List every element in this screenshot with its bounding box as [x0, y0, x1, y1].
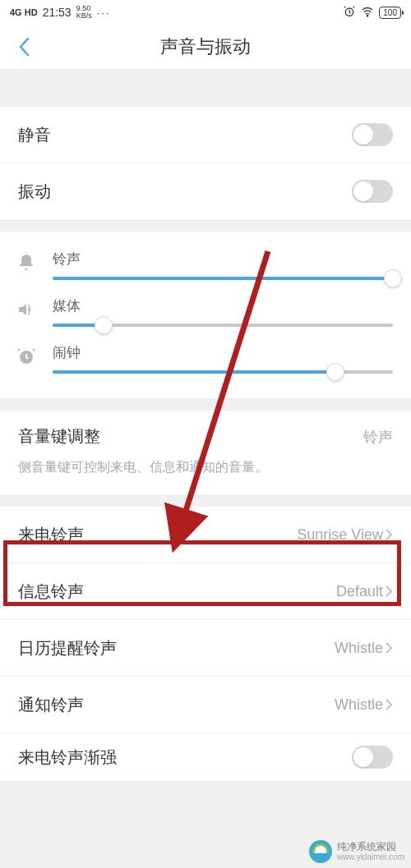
status-more-icon: ··· — [97, 7, 111, 19]
mute-label: 静音 — [18, 124, 51, 146]
row-vibrate[interactable]: 振动 — [0, 163, 411, 219]
row-notify-ringtone[interactable]: 通知铃声 Whistle — [0, 677, 411, 733]
call-ringtone-value: Sunrise View — [297, 526, 383, 544]
vibrate-label: 振动 — [18, 181, 51, 203]
row-volume-key[interactable]: 音量键调整 铃声 侧音量键可控制来电、信息和通知的音量。 — [0, 411, 411, 494]
row-mute[interactable]: 静音 — [0, 107, 411, 163]
chevron-right-icon — [385, 528, 393, 541]
sms-ringtone-value: Default — [336, 583, 383, 600]
header: 声音与振动 — [0, 25, 411, 70]
sms-ringtone-label: 信息铃声 — [18, 581, 84, 603]
volkey-label: 音量键调整 — [18, 425, 100, 448]
ring-fade-label: 来电铃声渐强 — [18, 746, 117, 769]
row-sms-ringtone[interactable]: 信息铃声 Default — [0, 563, 411, 619]
row-ring-fade[interactable]: 来电铃声渐强 — [0, 733, 411, 781]
back-button[interactable] — [12, 34, 37, 59]
row-calendar-ringtone[interactable]: 日历提醒铃声 Whistle — [0, 620, 411, 676]
alarm-slider-label: 闹钟 — [53, 343, 393, 362]
alarm-clock-icon — [15, 343, 38, 366]
volkey-value: 铃声 — [363, 427, 393, 447]
status-right: 100 — [343, 5, 401, 21]
watermark-url: www.yidaimei.com — [337, 852, 404, 861]
ring-fade-toggle[interactable] — [352, 746, 393, 769]
status-netspeed: 9.50 KB/s — [76, 5, 92, 20]
battery-icon: 100 — [379, 7, 401, 19]
row-call-ringtone[interactable]: 来电铃声 Sunrise View — [0, 507, 411, 563]
ringtone-slider-label: 铃声 — [53, 250, 393, 269]
chevron-right-icon — [385, 698, 393, 711]
media-slider-label: 媒体 — [53, 296, 393, 315]
signal-icon: 4G HD — [10, 7, 38, 17]
wifi-icon — [361, 5, 374, 21]
volkey-desc: 侧音量键可控制来电、信息和通知的音量。 — [18, 459, 393, 476]
chevron-right-icon — [385, 641, 393, 654]
slider-row-ringtone: 铃声 — [0, 241, 411, 288]
mute-toggle[interactable] — [352, 123, 393, 146]
notify-ringtone-label: 通知铃声 — [18, 694, 84, 716]
page-title: 声音与振动 — [160, 34, 251, 59]
alarm-icon — [343, 5, 356, 21]
ringtone-slider[interactable] — [53, 277, 393, 280]
status-bar: 4G HD 21:53 9.50 KB/s ··· 100 — [0, 0, 411, 25]
watermark-brand: 纯净系统家园 — [337, 842, 404, 852]
chevron-right-icon — [385, 585, 393, 598]
slider-row-alarm: 闹钟 — [0, 335, 411, 382]
media-slider[interactable] — [53, 324, 393, 327]
watermark: 纯净系统家园 www.yidaimei.com — [309, 840, 404, 863]
call-ringtone-label: 来电铃声 — [18, 524, 84, 546]
bell-icon — [15, 250, 38, 273]
chevron-left-icon — [17, 35, 32, 58]
gap — [0, 494, 411, 507]
status-left: 4G HD 21:53 9.50 KB/s ··· — [10, 5, 111, 20]
gap — [0, 70, 411, 107]
calendar-ringtone-value: Whistle — [335, 640, 383, 657]
status-time: 21:53 — [43, 6, 72, 19]
svg-point-1 — [367, 15, 368, 16]
gap — [0, 219, 411, 232]
vibrate-toggle[interactable] — [352, 180, 393, 203]
volume-sliders: 铃声 媒体 闹钟 — [0, 232, 411, 398]
slider-row-media: 媒体 — [0, 288, 411, 335]
notify-ringtone-value: Whistle — [335, 696, 383, 714]
speaker-icon — [15, 296, 38, 319]
watermark-logo-icon — [309, 840, 332, 863]
gap — [0, 398, 411, 411]
alarm-slider[interactable] — [53, 370, 393, 374]
calendar-ringtone-label: 日历提醒铃声 — [18, 637, 117, 659]
